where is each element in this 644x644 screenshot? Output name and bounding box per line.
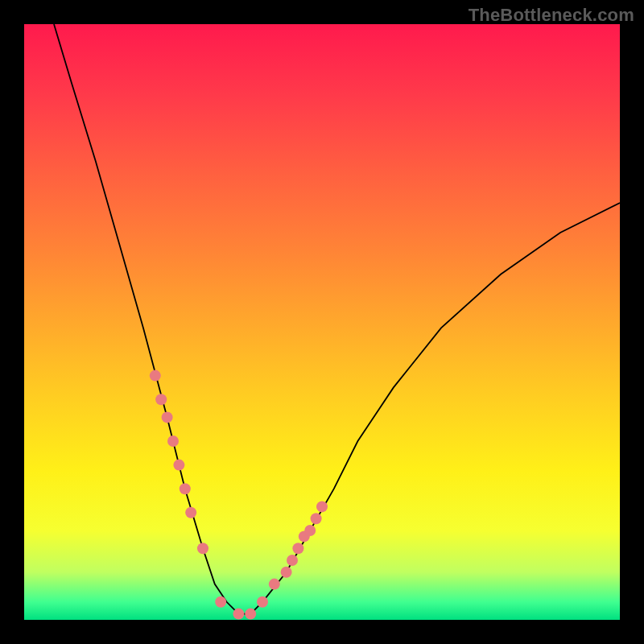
highlight-dot	[316, 501, 328, 512]
highlight-dot	[257, 597, 268, 608]
highlight-dot	[173, 460, 184, 471]
bottleneck-curve	[54, 24, 620, 614]
highlight-dot	[269, 579, 280, 590]
highlight-dot	[245, 609, 256, 620]
chart-stage: TheBottleneck.com	[0, 0, 644, 644]
highlight-dot	[311, 513, 322, 524]
highlight-dot	[162, 411, 173, 423]
highlight-dot	[167, 436, 179, 447]
highlight-dot	[180, 483, 191, 494]
highlight-dot	[281, 567, 292, 578]
highlight-dot	[292, 543, 303, 554]
highlight-dot	[287, 555, 298, 566]
highlight-dots	[150, 370, 328, 620]
watermark-text: TheBottleneck.com	[469, 5, 634, 26]
highlight-dot	[185, 507, 196, 518]
highlight-dot	[215, 597, 226, 608]
highlight-dot	[233, 609, 244, 620]
highlight-dot	[155, 394, 167, 405]
curve-layer	[24, 24, 620, 620]
highlight-dot	[299, 530, 310, 542]
highlight-dot	[197, 543, 208, 554]
plot-area	[24, 24, 620, 620]
highlight-dot	[150, 370, 161, 382]
highlight-dot	[304, 525, 316, 536]
